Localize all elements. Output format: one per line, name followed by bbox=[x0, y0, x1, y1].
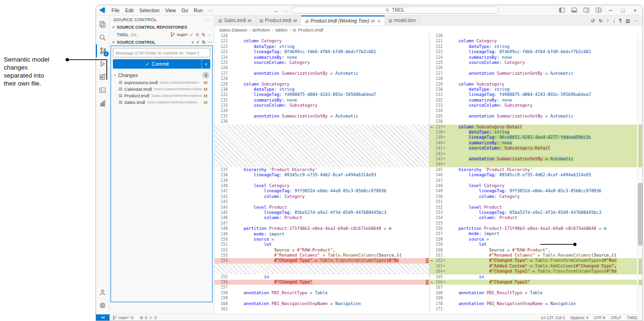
code-line[interactable]: 139+ lineageTag: 96ce8b51-4281-4ee4-8277… bbox=[429, 135, 643, 140]
title-bar[interactable]: FileEditSelectionViewGoRun··· ← → TMDL ─… bbox=[96, 5, 643, 16]
breadcrumb-item[interactable]: Sales.Dataset bbox=[219, 27, 247, 32]
code-line[interactable]: 149 mode: import bbox=[215, 232, 429, 237]
code-line[interactable]: 136 bbox=[215, 119, 429, 124]
code-line[interactable]: 121 column Category bbox=[215, 39, 429, 44]
code-line[interactable]: →137+ column Subcategory-Detail bbox=[429, 125, 643, 130]
remote-indicator[interactable]: >< bbox=[96, 314, 110, 321]
diff-left-pane[interactable]: 120121 column Category122 dataType: stri… bbox=[215, 33, 429, 314]
tab-product-tmdl[interactable]: ▤Product.tmdlM bbox=[255, 16, 301, 25]
code-line[interactable]: 135 annotation SummarizationSetBy = Auto… bbox=[215, 114, 429, 119]
more-actions-icon[interactable]: ··· bbox=[205, 17, 210, 22]
code-line[interactable]: 122 dataType: string bbox=[215, 44, 429, 49]
code-line[interactable]: 157 bbox=[215, 285, 429, 290]
code-line[interactable]: 122 dataType: string bbox=[429, 44, 643, 49]
diff-right-pane[interactable]: 120121 column Category122 dataType: stri… bbox=[429, 33, 643, 314]
code-line[interactable]: 169 bbox=[429, 296, 643, 301]
commit-icon[interactable]: ✓ bbox=[196, 40, 200, 45]
commit-message-input[interactable] bbox=[113, 48, 210, 57]
code-line[interactable]: 146 column: Product bbox=[215, 215, 429, 220]
refresh-icon[interactable]: ↻ bbox=[599, 18, 603, 23]
code-line[interactable]: 165 in bbox=[429, 274, 643, 280]
code-line[interactable]: 125 sourceColumn: Category bbox=[429, 60, 643, 65]
code-line[interactable]: 148 partition Product-171f48b3-e0ea-4ea3… bbox=[215, 226, 429, 231]
tab-product-tmdl-working-tree[interactable]: ▤Product.tmdl (Working Tree)M× bbox=[301, 16, 385, 25]
code-line[interactable]: 124 summarizeBy: none bbox=[429, 55, 643, 60]
code-line[interactable]: 140+ summarizeBy: none bbox=[429, 141, 643, 146]
status-item-utf-8[interactable]: UTF-8 bbox=[594, 315, 605, 320]
code-line[interactable]: 156 partition Product-171f48b3-e0ea-4ea3… bbox=[429, 226, 643, 231]
code-line[interactable]: 147 bbox=[215, 221, 429, 226]
activity-chart[interactable] bbox=[96, 97, 110, 110]
code-line[interactable]: 156- #"Changed Type" bbox=[215, 280, 429, 285]
breadcrumb-item[interactable]: tables bbox=[276, 27, 287, 32]
discard-changes-icon[interactable]: ↺ bbox=[591, 18, 595, 23]
code-line[interactable]: 142 column: Category bbox=[215, 194, 429, 199]
code-line[interactable]: 151 bbox=[429, 199, 643, 204]
code-line[interactable]: 147 bbox=[429, 178, 643, 183]
code-line[interactable]: 131 lineageTag: fd988075-d804-4243-892e-… bbox=[215, 92, 429, 97]
maximize-button[interactable]: □ bbox=[617, 6, 628, 15]
code-line[interactable]: 151 let bbox=[215, 242, 429, 247]
code-line[interactable]: 150 source = bbox=[215, 237, 429, 242]
repository-row[interactable]: TMDL Git main* ✓↻⇅··· bbox=[110, 31, 214, 39]
code-line[interactable]: 153 lineageTag: 85ba527d-a9e2-4f3d-85d9-… bbox=[429, 210, 643, 215]
tab-sales-tmdl[interactable]: ▤Sales.tmdlM bbox=[215, 16, 255, 25]
minimize-button[interactable]: ─ bbox=[605, 6, 616, 15]
code-line[interactable]: 160 annotation PBI_NavigationStepName = … bbox=[215, 301, 429, 306]
code-line[interactable]: 153 #"Renamed Columns" = Table.RenameCol… bbox=[215, 253, 429, 258]
breadcrumb-item[interactable]: definition bbox=[252, 27, 270, 32]
activity-search[interactable] bbox=[96, 31, 110, 44]
split-editor-icon[interactable]: ▥ bbox=[626, 18, 630, 23]
whitespace-icon[interactable]: ¶ bbox=[619, 18, 622, 23]
status-item-tmdl[interactable]: TMDL bbox=[627, 315, 638, 320]
code-line[interactable]: 120 bbox=[429, 33, 643, 39]
activity-terminal[interactable] bbox=[96, 84, 110, 97]
code-line[interactable]: 161 #"Renamed Columns" = Table.RenameCol… bbox=[429, 253, 643, 258]
sync-icon[interactable]: ⇅ bbox=[201, 32, 205, 37]
code-line[interactable]: 127 annotation SummarizationSetBy = Auto… bbox=[429, 71, 643, 76]
code-line[interactable]: →162+ #"Changed Type" = Table.TransformC… bbox=[429, 258, 643, 263]
code-line[interactable]: 134 bbox=[429, 108, 643, 113]
code-line[interactable]: →166+ #"Changed Type1" bbox=[429, 280, 643, 285]
code-line[interactable]: 141+ sourceColumn: Subcategory-Detail bbox=[429, 146, 643, 151]
menu-[interactable]: ··· bbox=[206, 7, 216, 14]
status-item-crlf[interactable]: CRLF bbox=[611, 315, 621, 320]
close-tab-icon[interactable]: × bbox=[377, 18, 380, 24]
code-line[interactable]: 154 column: Product bbox=[429, 215, 643, 220]
changes-header[interactable]: ∨ Changes 4 bbox=[113, 71, 210, 79]
code-line[interactable]: 152 Source = #"RAW-Product", bbox=[215, 248, 429, 253]
sync-icon[interactable]: ↻ bbox=[131, 315, 134, 320]
code-line[interactable]: 160 Source = #"RAW-Product", bbox=[429, 248, 643, 253]
code-line[interactable]: 155 in bbox=[215, 274, 429, 280]
code-line[interactable]: 132 summarizeBy: none bbox=[215, 98, 429, 103]
code-line[interactable]: 143+ annotation SummarizationSetBy = Aut… bbox=[429, 157, 643, 162]
scrollbar-thumb[interactable] bbox=[638, 183, 643, 246]
code-line[interactable]: 126 bbox=[215, 65, 429, 70]
code-line[interactable]: 164+ #"Changed Type1" = Table.TransformC… bbox=[429, 269, 643, 274]
menu-file[interactable]: File bbox=[109, 7, 122, 14]
tab-model-bim[interactable]: ▤model.bim bbox=[385, 16, 420, 25]
code-line[interactable]: 132 summarizeBy: none bbox=[429, 98, 643, 103]
next-change-icon[interactable]: ↓ bbox=[613, 18, 615, 23]
status-item-spaces-4[interactable]: Spaces: 4 bbox=[571, 315, 588, 320]
code-line[interactable]: 130 dataType: string bbox=[215, 87, 429, 92]
code-line[interactable]: 143 bbox=[215, 199, 429, 204]
diff-editor[interactable]: 120121 column Category122 dataType: stri… bbox=[215, 33, 643, 314]
scm-file-calendar-tmdl[interactable]: ▤Calendar.tmdlSales.Dataset\definition\t… bbox=[113, 86, 210, 92]
code-line[interactable]: 130 dataType: string bbox=[429, 87, 643, 92]
code-line[interactable]: 127 annotation SummarizationSetBy = Auto… bbox=[215, 71, 429, 76]
code-line[interactable]: 129 column Subcategory bbox=[429, 82, 643, 87]
code-line[interactable]: 138+ dataType: string bbox=[429, 130, 643, 135]
code-line[interactable]: 133 sourceColumn: Subcategory bbox=[215, 103, 429, 108]
code-line[interactable]: 167 bbox=[429, 285, 643, 290]
code-line[interactable]: 125 sourceColumn: Category bbox=[215, 60, 429, 65]
code-line[interactable]: 152 level Product bbox=[429, 205, 643, 210]
menu-go[interactable]: Go bbox=[179, 7, 191, 14]
code-line[interactable]: 141 lineageTag: 9ff3052d-e0de-44e8-85c3-… bbox=[215, 188, 429, 194]
scm-file-expressions-tmdl[interactable]: ▤expressions.tmdlSales.Dataset\definitio… bbox=[113, 79, 210, 86]
breadcrumb-item[interactable]: Product.tmdl bbox=[298, 27, 323, 32]
problems-status-item[interactable]: ⊗ 0 ⚠ 0 bbox=[137, 315, 159, 320]
activity-source-control[interactable]: 4 bbox=[96, 44, 110, 57]
code-line[interactable]: 148 level Category bbox=[429, 183, 643, 188]
code-line[interactable]: 168 annotation PBI_ResultType = Table bbox=[429, 290, 643, 296]
